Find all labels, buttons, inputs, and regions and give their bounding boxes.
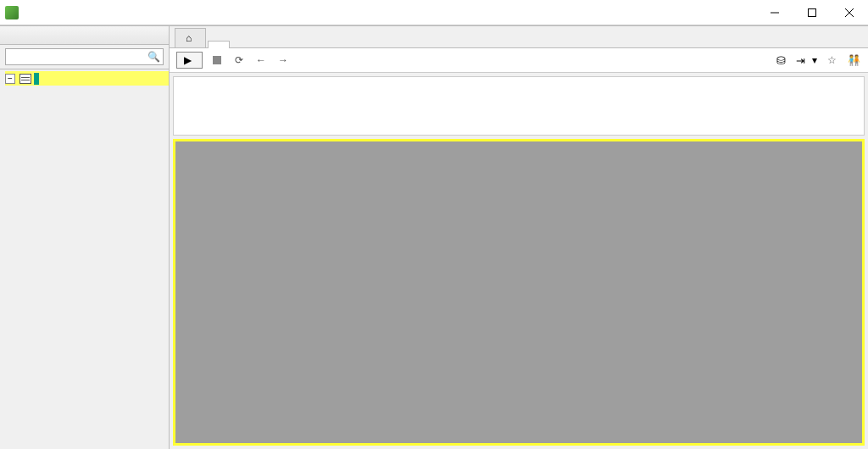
home-icon: ⌂ <box>186 32 192 44</box>
gear-icon[interactable]: 🧑‍🤝‍🧑 <box>846 53 861 68</box>
entities-sidebar: 🔍 ▴ − <box>0 26 170 449</box>
window-controls <box>756 0 868 25</box>
tab-query[interactable] <box>208 41 230 48</box>
search-input-wrap[interactable]: 🔍 <box>5 48 164 65</box>
right-pane: ⌂ ▶ ⟳ ← → ⛁ ⇥ ▾ <box>170 26 868 449</box>
entities-header <box>0 26 169 45</box>
export-button[interactable]: ⇥ ▾ <box>796 54 817 67</box>
svg-rect-1 <box>809 8 816 16</box>
search-input[interactable] <box>6 49 163 64</box>
play-icon: ▶ <box>184 54 192 66</box>
export-icon: ⇥ <box>796 54 805 67</box>
create-collection-button[interactable]: ⛁ <box>776 54 789 67</box>
query-toolbar: ▶ ⟳ ← → ⛁ ⇥ ▾ ☆ 🧑‍🤝‍🧑 <box>170 48 868 73</box>
chevron-down-icon: ▾ <box>812 54 817 66</box>
minimize-button[interactable] <box>756 0 793 25</box>
stop-icon[interactable] <box>209 53 225 68</box>
tree-entity-tpm[interactable]: − <box>5 71 169 86</box>
forward-icon[interactable]: → <box>275 53 291 68</box>
titlebar <box>0 0 868 25</box>
maximize-button[interactable] <box>793 0 831 25</box>
tab-home[interactable]: ⌂ <box>175 28 206 47</box>
favorite-icon[interactable]: ☆ <box>824 53 839 68</box>
results-area[interactable] <box>173 139 865 446</box>
close-button[interactable] <box>831 0 868 25</box>
run-query-button[interactable]: ▶ <box>176 52 203 69</box>
query-editor[interactable] <box>173 76 865 136</box>
entity-icon <box>19 74 31 84</box>
refresh-icon[interactable]: ⟳ <box>231 53 247 68</box>
app-icon <box>5 6 19 19</box>
tab-strip: ⌂ <box>170 26 868 48</box>
collapse-icon[interactable]: − <box>5 74 15 84</box>
back-icon[interactable]: ← <box>253 53 269 68</box>
search-icon: 🔍 <box>147 51 160 63</box>
entities-tree[interactable]: ▴ − <box>0 69 169 449</box>
tree-entity-label <box>34 73 39 85</box>
collection-icon: ⛁ <box>776 54 786 67</box>
